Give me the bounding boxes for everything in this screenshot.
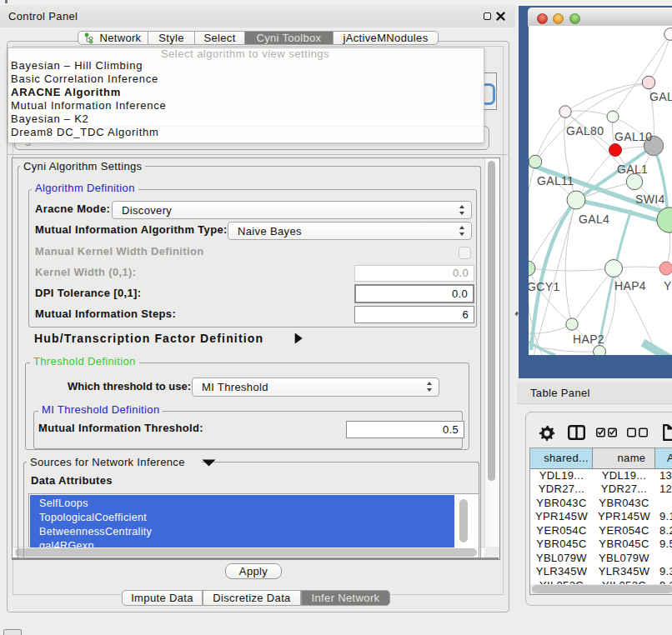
svg-text:GAL1: GAL1 (617, 162, 648, 176)
svg-text:HAP4: HAP4 (614, 279, 646, 292)
svg-text:GAL4: GAL4 (579, 212, 609, 226)
svg-text:GCY1: GCY1 (529, 280, 560, 293)
svg-text:HAP2: HAP2 (573, 332, 604, 346)
svg-text:GAL80: GAL80 (566, 124, 604, 138)
svg-text:GAL10: GAL10 (614, 130, 652, 143)
svg-text:Y: Y (664, 279, 672, 292)
svg-text:GAL: GAL (649, 90, 672, 103)
svg-text:GAL11: GAL11 (537, 174, 574, 188)
svg-text:SWI4: SWI4 (635, 192, 665, 206)
